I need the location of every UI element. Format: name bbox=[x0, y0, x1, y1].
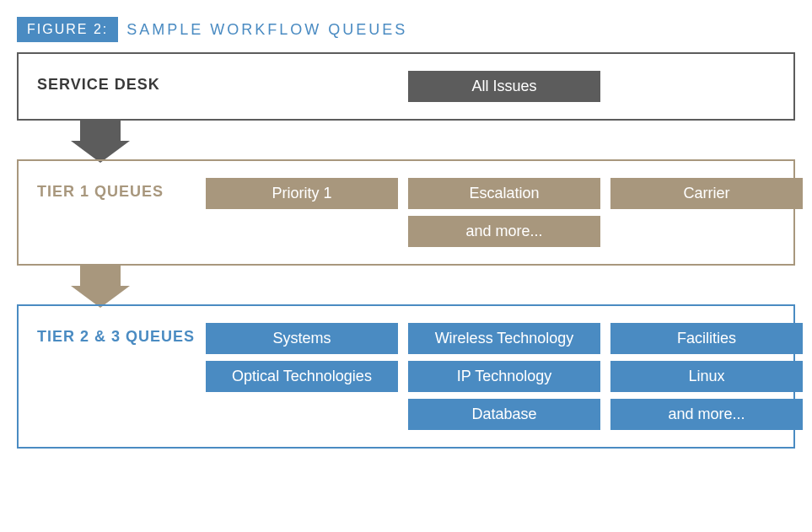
figure-header: FIGURE 2: SAMPLE WORKFLOW QUEUES bbox=[17, 17, 795, 42]
tier23-box: TIER 2 & 3 QUEUES Systems Wireless Techn… bbox=[17, 304, 795, 449]
queue-tier23-more: and more... bbox=[610, 399, 803, 430]
service-desk-label: SERVICE DESK bbox=[37, 71, 206, 94]
tier1-label: TIER 1 QUEUES bbox=[37, 178, 206, 201]
queue-ip: IP Technology bbox=[408, 361, 600, 392]
queue-optical: Optical Technologies bbox=[206, 361, 398, 392]
queue-tier1-more: and more... bbox=[408, 216, 600, 247]
queue-carrier: Carrier bbox=[610, 178, 803, 209]
tier23-queues: Systems Wireless Technology Facilities O… bbox=[206, 323, 803, 430]
tier23-label: TIER 2 & 3 QUEUES bbox=[37, 323, 206, 346]
arrow-down-icon bbox=[71, 119, 130, 161]
service-desk-box: SERVICE DESK All Issues bbox=[17, 52, 795, 121]
figure-badge: FIGURE 2: bbox=[17, 17, 118, 42]
queue-priority1: Priority 1 bbox=[206, 178, 398, 209]
service-desk-queues: All Issues bbox=[206, 71, 803, 102]
queue-escalation: Escalation bbox=[408, 178, 600, 209]
tier1-box: TIER 1 QUEUES Priority 1 Escalation Carr… bbox=[17, 159, 795, 266]
queue-linux: Linux bbox=[610, 361, 803, 392]
queue-database: Database bbox=[408, 399, 600, 430]
queue-facilities: Facilities bbox=[610, 323, 803, 354]
figure-title: SAMPLE WORKFLOW QUEUES bbox=[126, 21, 407, 39]
tier1-queues: Priority 1 Escalation Carrier and more..… bbox=[206, 178, 803, 247]
queue-all-issues: All Issues bbox=[408, 71, 600, 102]
arrow-down-icon bbox=[71, 264, 130, 306]
queue-wireless: Wireless Technology bbox=[408, 323, 600, 354]
queue-systems: Systems bbox=[206, 323, 398, 354]
